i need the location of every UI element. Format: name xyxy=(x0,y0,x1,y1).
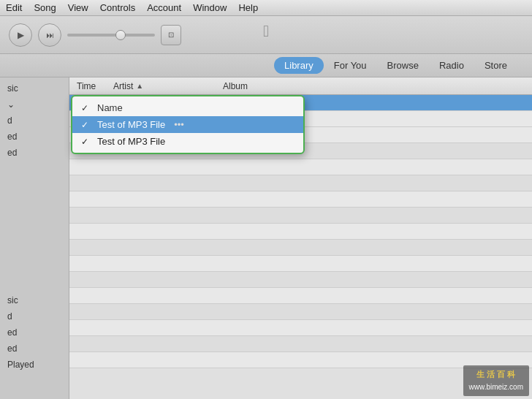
sidebar-item-1[interactable]: d xyxy=(0,113,69,129)
stripe-row xyxy=(69,224,532,240)
item-2-checkmark: ✓ xyxy=(81,137,91,147)
stripe-row xyxy=(69,208,532,224)
airplay-button[interactable]: ⊡ xyxy=(161,25,181,45)
item-1-checkmark: ✓ xyxy=(81,120,91,130)
menu-edit[interactable]: Edit xyxy=(6,2,22,13)
progress-bar-container xyxy=(67,34,155,37)
header-label: Name xyxy=(97,102,123,113)
menu-view[interactable]: View xyxy=(68,2,88,13)
skip-button[interactable]: ⏭ xyxy=(38,23,61,47)
tab-browse[interactable]: Browse xyxy=(377,57,429,74)
apple-logo:  xyxy=(263,22,269,41)
menu-bar: Edit Song View Controls Account Window H… xyxy=(0,0,532,16)
item-1-label: Test of MP3 File xyxy=(97,119,165,130)
menu-window[interactable]: Window xyxy=(193,2,227,13)
col-header-artist[interactable]: Artist ▲ xyxy=(109,81,218,91)
toolbar: ▶ ⏭ ⊡  xyxy=(0,16,532,54)
tab-library[interactable]: Library xyxy=(274,57,324,74)
progress-thumb[interactable] xyxy=(115,30,126,40)
sidebar-item-d[interactable]: d xyxy=(0,308,69,324)
sidebar-item-music2[interactable]: sic xyxy=(0,292,69,308)
context-menu-item-1[interactable]: ✓ Test of MP3 File ••• xyxy=(72,116,303,133)
stripe-row xyxy=(69,191,532,208)
progress-track[interactable] xyxy=(67,34,155,37)
table-header: Time Artist ▲ Album xyxy=(69,77,532,95)
watermark: 生 活 百 科 www.bimeiz.com xyxy=(463,365,529,396)
menu-controls[interactable]: Controls xyxy=(100,2,135,13)
item-2-label: Test of MP3 File xyxy=(97,136,165,147)
play-button[interactable]: ▶ xyxy=(9,23,32,47)
sidebar-item-2[interactable]: ed xyxy=(0,129,69,145)
item-1-dots-icon: ••• xyxy=(174,119,184,130)
stripe-row xyxy=(69,288,532,304)
sidebar: sic ⌄ d ed ed sic d ed ed Played xyxy=(0,77,69,399)
sort-arrow-icon: ▲ xyxy=(136,82,143,90)
stripe-row xyxy=(69,159,532,175)
watermark-line2: www.bimeiz.com xyxy=(469,381,523,393)
stripe-row xyxy=(69,175,532,191)
menu-help[interactable]: Help xyxy=(238,2,258,13)
sidebar-item-played[interactable]: Played xyxy=(0,357,69,373)
stripe-row xyxy=(69,304,532,320)
stripe-row xyxy=(69,336,532,352)
main-layout: sic ⌄ d ed ed sic d ed ed Played Time Ar… xyxy=(0,77,532,399)
sidebar-item-3[interactable]: ed xyxy=(0,145,69,161)
header-checkmark: ✓ xyxy=(81,103,91,113)
sidebar-item-dropdown[interactable]: ⌄ xyxy=(0,96,69,113)
tab-radio[interactable]: Radio xyxy=(429,57,474,74)
content-area: Time Artist ▲ Album 0:12 Me Me 0:12 Me M… xyxy=(69,77,532,399)
empty-rows xyxy=(69,127,532,368)
menu-account[interactable]: Account xyxy=(147,2,181,13)
col-header-time[interactable]: Time xyxy=(72,81,109,91)
tab-for-you[interactable]: For You xyxy=(324,57,377,74)
sidebar-item-ed1[interactable]: ed xyxy=(0,324,69,341)
context-menu-header: ✓ Name xyxy=(72,99,303,116)
nav-tabs: Library For You Browse Radio Store xyxy=(0,54,532,77)
stripe-row xyxy=(69,320,532,336)
watermark-line1: 生 活 百 科 xyxy=(469,368,523,381)
stripe-row xyxy=(69,256,532,272)
stripe-row xyxy=(69,240,532,256)
sidebar-item-music[interactable]: sic xyxy=(0,80,69,96)
context-menu-item-2[interactable]: ✓ Test of MP3 File xyxy=(72,133,303,150)
sidebar-item-ed2[interactable]: ed xyxy=(0,341,69,357)
col-header-album[interactable]: Album xyxy=(218,81,529,91)
tab-store[interactable]: Store xyxy=(474,57,517,74)
stripe-row xyxy=(69,272,532,288)
menu-song[interactable]: Song xyxy=(34,2,56,13)
context-menu: ✓ Name ✓ Test of MP3 File ••• ✓ Test of … xyxy=(71,95,305,154)
